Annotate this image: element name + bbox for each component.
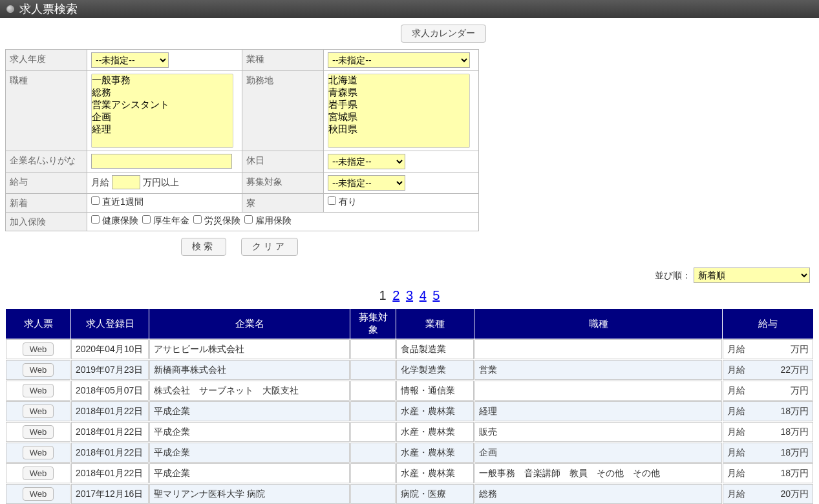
table-row: Web2018年01月22日平成企業水産・農林業企画月給18万円 xyxy=(6,443,813,463)
column-header: 企業名 xyxy=(149,309,350,339)
dorm-checkbox[interactable] xyxy=(328,196,336,205)
jobtype-listbox[interactable]: 一般事務総務営業アシスタント企画経理 xyxy=(91,74,233,148)
search-button[interactable]: 検索 xyxy=(181,238,226,256)
cell-company: 平成企業 xyxy=(149,401,350,421)
cell-date: 2017年12月16日 xyxy=(71,484,149,504)
insurance-checkbox[interactable] xyxy=(142,215,151,224)
cell-target xyxy=(350,360,396,380)
cell-job: 一般事務 音楽講師 教員 その他 その他 xyxy=(474,463,722,483)
cell-company: 平成企業 xyxy=(149,443,350,463)
target-select[interactable]: --未指定-- xyxy=(328,175,405,191)
web-button[interactable]: Web xyxy=(23,384,54,397)
cell-salary: 月給万円 xyxy=(723,381,813,401)
cell-date: 2018年01月22日 xyxy=(71,422,149,442)
label-year: 求人年度 xyxy=(6,50,87,71)
location-listbox[interactable]: 北海道青森県岩手県宮城県秋田県 xyxy=(328,74,470,148)
pagination: 1 2 3 4 5 xyxy=(0,286,819,308)
salary-prefix: 月給 xyxy=(91,177,109,187)
cell-industry: 食品製造業 xyxy=(396,339,474,359)
cell-date: 2018年01月22日 xyxy=(71,463,149,483)
cell-company: 聖マリアンナ医科大学 病院 xyxy=(149,484,350,504)
cell-target xyxy=(350,463,396,483)
insurance-label: 健康保険 xyxy=(100,215,138,226)
page-link[interactable]: 5 xyxy=(432,288,440,302)
cell-salary: 月給18万円 xyxy=(723,443,813,463)
cell-date: 2018年01月22日 xyxy=(71,443,149,463)
page-link[interactable]: 3 xyxy=(406,288,413,302)
label-new: 新着 xyxy=(6,194,87,213)
cell-job: 企画 xyxy=(474,443,722,463)
cell-salary: 月給18万円 xyxy=(723,463,813,483)
results-table: 求人票求人登録日企業名募集対象業種職種給与 Web2020年04月10日アサヒビ… xyxy=(5,308,814,504)
company-input[interactable] xyxy=(91,154,232,169)
insurance-label: 厚生年金 xyxy=(151,215,189,226)
column-header: 業種 xyxy=(396,309,474,339)
column-header: 給与 xyxy=(723,309,813,339)
page-link[interactable]: 2 xyxy=(392,288,399,302)
cell-date: 2019年07月23日 xyxy=(71,360,149,380)
label-company: 企業名/ふりがな xyxy=(6,151,87,173)
column-header: 職種 xyxy=(474,309,722,339)
table-row: Web2019年07月23日新橋商事株式会社化学製造業営業月給22万円 xyxy=(6,360,813,380)
insurance-checkbox[interactable] xyxy=(91,215,100,224)
web-button[interactable]: Web xyxy=(23,425,54,439)
label-industry: 業種 xyxy=(242,50,324,71)
table-row: Web2018年05月07日株式会社 サーブネット 大阪支社情報・通信業月給万円 xyxy=(6,381,813,401)
cell-salary: 月給18万円 xyxy=(723,401,813,421)
table-row: Web2017年12月16日聖マリアンナ医科大学 病院病院・医療総務月給20万円 xyxy=(6,484,813,504)
salary-input[interactable] xyxy=(112,175,140,189)
cell-salary: 月給20万円 xyxy=(723,484,813,504)
page-title: 求人票検索 xyxy=(19,1,78,17)
web-button[interactable]: Web xyxy=(23,363,54,377)
web-button[interactable]: Web xyxy=(23,404,54,418)
cell-salary: 月給22万円 xyxy=(723,360,813,380)
cell-job xyxy=(474,381,722,401)
industry-select[interactable]: --未指定-- xyxy=(328,52,470,68)
cell-date: 2018年01月22日 xyxy=(71,401,149,421)
header-bullet-icon xyxy=(6,5,14,13)
cell-target xyxy=(350,401,396,421)
column-header: 求人票 xyxy=(6,309,70,339)
salary-suffix: 万円以上 xyxy=(143,177,179,187)
year-select[interactable]: --未指定-- xyxy=(91,52,169,68)
table-row: Web2020年04月10日アサヒビール株式会社食品製造業月給万円 xyxy=(6,339,813,359)
cell-salary: 月給万円 xyxy=(723,339,813,359)
column-header: 求人登録日 xyxy=(71,309,149,339)
web-button[interactable]: Web xyxy=(23,342,54,356)
cell-job: 経理 xyxy=(474,401,722,421)
table-row: Web2018年01月22日平成企業水産・農林業一般事務 音楽講師 教員 その他… xyxy=(6,463,813,483)
cell-target xyxy=(350,443,396,463)
web-button[interactable]: Web xyxy=(23,487,54,501)
clear-button[interactable]: クリア xyxy=(241,238,298,256)
web-button[interactable]: Web xyxy=(23,446,54,459)
holiday-select[interactable]: --未指定-- xyxy=(328,154,405,169)
label-insurance: 加入保険 xyxy=(6,213,87,231)
cell-date: 2020年04月10日 xyxy=(71,339,149,359)
label-holiday: 休日 xyxy=(242,151,324,173)
web-button[interactable]: Web xyxy=(23,467,54,480)
page-current: 1 xyxy=(379,288,387,302)
new-checkbox-label: 直近1週間 xyxy=(102,196,144,207)
cell-target xyxy=(350,422,396,442)
calendar-button[interactable]: 求人カレンダー xyxy=(401,25,486,43)
insurance-checkbox[interactable] xyxy=(244,215,253,224)
cell-industry: 水産・農林業 xyxy=(396,463,474,483)
cell-industry: 化学製造業 xyxy=(396,360,474,380)
cell-company: 平成企業 xyxy=(149,422,350,442)
new-checkbox[interactable] xyxy=(91,196,100,205)
cell-industry: 水産・農林業 xyxy=(396,401,474,421)
cell-job xyxy=(474,339,722,359)
sort-select[interactable]: 新着順 xyxy=(694,268,810,283)
sort-label: 並び順： xyxy=(655,270,691,280)
label-location: 勤務地 xyxy=(242,71,324,151)
insurance-checkbox[interactable] xyxy=(193,215,202,224)
cell-job: 総務 xyxy=(474,484,722,504)
page-link[interactable]: 4 xyxy=(420,288,427,302)
search-form: 求人年度 --未指定-- 業種 --未指定-- 職種 一般事務総務営業アシスタン… xyxy=(5,49,479,231)
cell-company: 株式会社 サーブネット 大阪支社 xyxy=(149,381,350,401)
label-dorm: 寮 xyxy=(242,194,324,213)
cell-industry: 病院・医療 xyxy=(396,484,474,504)
cell-date: 2018年05月07日 xyxy=(71,381,149,401)
insurance-label: 労災保険 xyxy=(202,215,240,226)
cell-job: 営業 xyxy=(474,360,722,380)
